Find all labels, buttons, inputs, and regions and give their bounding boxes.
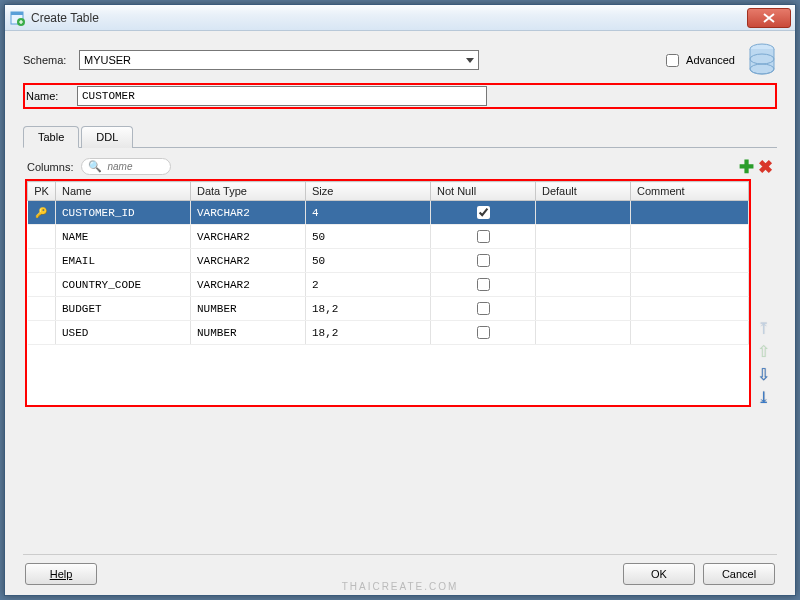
chevron-down-icon — [466, 58, 474, 63]
grid-empty-space — [27, 345, 749, 375]
table-row[interactable]: NAMEVARCHAR250 — [28, 225, 749, 249]
cell-pk[interactable] — [28, 273, 56, 297]
cell-size[interactable]: 50 — [306, 225, 431, 249]
cell-default[interactable] — [536, 297, 631, 321]
column-search[interactable]: 🔍 — [81, 158, 171, 175]
advanced-checkbox[interactable] — [666, 54, 679, 67]
notnull-checkbox[interactable] — [477, 278, 490, 291]
header-name[interactable]: Name — [56, 182, 191, 201]
cell-size[interactable]: 50 — [306, 249, 431, 273]
cell-pk[interactable]: 🔑 — [28, 201, 56, 225]
cell-comment[interactable] — [631, 297, 749, 321]
cancel-button[interactable]: Cancel — [703, 563, 775, 585]
cell-default[interactable] — [536, 321, 631, 345]
header-comment[interactable]: Comment — [631, 182, 749, 201]
cell-default[interactable] — [536, 201, 631, 225]
columns-grid[interactable]: PK Name Data Type Size Not Null Default … — [25, 179, 751, 407]
cell-datatype[interactable]: NUMBER — [191, 297, 306, 321]
cell-name[interactable]: EMAIL — [56, 249, 191, 273]
schema-label: Schema: — [23, 54, 79, 66]
cell-comment[interactable] — [631, 249, 749, 273]
remove-column-button[interactable]: ✖ — [758, 160, 773, 174]
notnull-checkbox[interactable] — [477, 254, 490, 267]
name-label: Name: — [26, 90, 77, 102]
search-icon: 🔍 — [88, 160, 102, 173]
cell-notnull[interactable] — [431, 273, 536, 297]
move-up-button: ⇧ — [757, 342, 770, 361]
column-search-input[interactable] — [105, 160, 165, 173]
cell-pk[interactable] — [28, 225, 56, 249]
cell-name[interactable]: USED — [56, 321, 191, 345]
cell-size[interactable]: 2 — [306, 273, 431, 297]
close-button[interactable] — [747, 8, 791, 28]
cell-name[interactable]: CUSTOMER_ID — [56, 201, 191, 225]
notnull-checkbox[interactable] — [477, 230, 490, 243]
table-row[interactable]: USEDNUMBER18,2 — [28, 321, 749, 345]
columns-label: Columns: — [27, 161, 73, 173]
tab-table[interactable]: Table — [23, 126, 79, 148]
primary-key-icon: 🔑 — [35, 207, 47, 218]
tab-strip: Table DDL — [23, 125, 777, 148]
cell-name[interactable]: COUNTRY_CODE — [56, 273, 191, 297]
schema-combo[interactable]: MYUSER — [79, 50, 479, 70]
add-column-button[interactable]: ✚ — [739, 160, 754, 174]
window-title: Create Table — [31, 11, 747, 25]
cell-datatype[interactable]: VARCHAR2 — [191, 249, 306, 273]
cell-pk[interactable] — [28, 321, 56, 345]
create-table-dialog: Create Table Schema: MYUSER Advanced Nam… — [4, 4, 796, 596]
help-button[interactable]: Help — [25, 563, 97, 585]
cell-pk[interactable] — [28, 297, 56, 321]
database-icon — [747, 43, 777, 77]
titlebar[interactable]: Create Table — [5, 5, 795, 31]
cell-size[interactable]: 18,2 — [306, 297, 431, 321]
ok-button[interactable]: OK — [623, 563, 695, 585]
cell-datatype[interactable]: VARCHAR2 — [191, 201, 306, 225]
header-size[interactable]: Size — [306, 182, 431, 201]
cell-notnull[interactable] — [431, 201, 536, 225]
row-reorder-nav: ⤒ ⇧ ⇩ ⤓ — [751, 319, 775, 407]
table-row[interactable]: EMAILVARCHAR250 — [28, 249, 749, 273]
cell-datatype[interactable]: NUMBER — [191, 321, 306, 345]
table-row[interactable]: BUDGETNUMBER18,2 — [28, 297, 749, 321]
cell-datatype[interactable]: VARCHAR2 — [191, 225, 306, 249]
cell-comment[interactable] — [631, 225, 749, 249]
grid-header-row: PK Name Data Type Size Not Null Default … — [28, 182, 749, 201]
notnull-checkbox[interactable] — [477, 302, 490, 315]
cell-notnull[interactable] — [431, 225, 536, 249]
cell-comment[interactable] — [631, 321, 749, 345]
tab-ddl[interactable]: DDL — [81, 126, 133, 148]
cell-pk[interactable] — [28, 249, 56, 273]
cell-default[interactable] — [536, 273, 631, 297]
cell-datatype[interactable]: VARCHAR2 — [191, 273, 306, 297]
watermark: THAICREATE.COM — [342, 581, 459, 592]
schema-value: MYUSER — [84, 54, 131, 66]
move-bottom-button[interactable]: ⤓ — [757, 388, 770, 407]
cell-name[interactable]: BUDGET — [56, 297, 191, 321]
header-pk[interactable]: PK — [28, 182, 56, 201]
notnull-checkbox[interactable] — [477, 326, 490, 339]
name-row-highlight: Name: — [23, 83, 777, 109]
cell-name[interactable]: NAME — [56, 225, 191, 249]
header-datatype[interactable]: Data Type — [191, 182, 306, 201]
cell-size[interactable]: 18,2 — [306, 321, 431, 345]
schema-row: Schema: MYUSER Advanced — [23, 43, 777, 77]
cell-default[interactable] — [536, 249, 631, 273]
cell-comment[interactable] — [631, 201, 749, 225]
notnull-checkbox[interactable] — [477, 206, 490, 219]
dialog-content: Schema: MYUSER Advanced Name: Table DDL … — [5, 31, 795, 595]
table-row[interactable]: 🔑CUSTOMER_IDVARCHAR24 — [28, 201, 749, 225]
header-default[interactable]: Default — [536, 182, 631, 201]
cell-comment[interactable] — [631, 273, 749, 297]
cell-notnull[interactable] — [431, 297, 536, 321]
columns-toolbar: Columns: 🔍 ✚ ✖ — [25, 158, 775, 175]
cell-notnull[interactable] — [431, 321, 536, 345]
app-icon — [9, 10, 25, 26]
cell-size[interactable]: 4 — [306, 201, 431, 225]
svg-rect-1 — [11, 12, 23, 15]
cell-default[interactable] — [536, 225, 631, 249]
header-notnull[interactable]: Not Null — [431, 182, 536, 201]
move-down-button[interactable]: ⇩ — [757, 365, 770, 384]
cell-notnull[interactable] — [431, 249, 536, 273]
table-row[interactable]: COUNTRY_CODEVARCHAR22 — [28, 273, 749, 297]
table-name-input[interactable] — [77, 86, 487, 106]
